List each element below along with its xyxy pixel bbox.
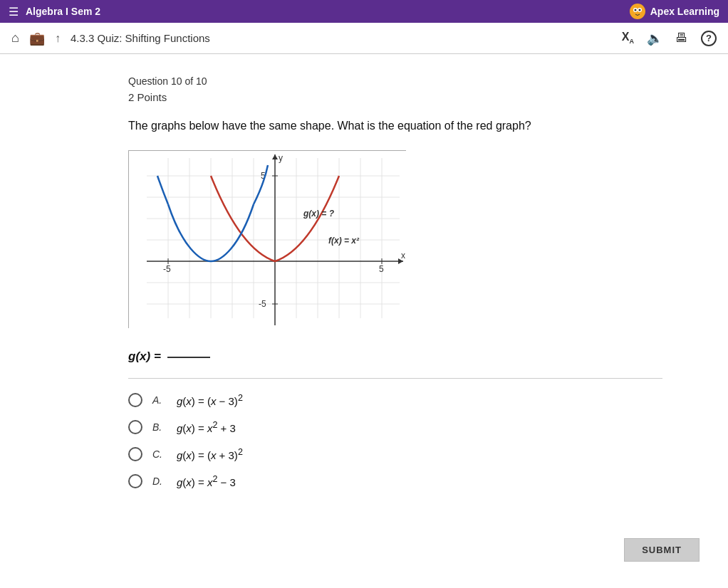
svg-text:x: x bbox=[401, 251, 405, 261]
question-points: 2 Points bbox=[128, 91, 598, 103]
radio-a[interactable] bbox=[128, 393, 142, 407]
text-to-speech-icon[interactable]: 🔈 bbox=[647, 31, 662, 46]
svg-text:-5: -5 bbox=[259, 299, 266, 309]
svg-text:5: 5 bbox=[379, 264, 384, 274]
radio-d[interactable] bbox=[128, 474, 142, 488]
radio-b[interactable] bbox=[128, 420, 142, 434]
translate-icon[interactable]: XA bbox=[622, 31, 634, 45]
option-d[interactable]: D. g(x) = x2 − 3 bbox=[128, 474, 598, 488]
submit-area: SUBMIT bbox=[0, 538, 728, 562]
sub-bar-right: XA 🔈 🖶 ? bbox=[622, 31, 717, 46]
graph-svg: x y -5 5 5 -5 bbox=[129, 151, 407, 329]
section-divider bbox=[128, 378, 662, 379]
question-text: The graphs below have the same shape. Wh… bbox=[128, 117, 598, 135]
top-bar-left: ☰ Algebra I Sem 2 bbox=[9, 5, 100, 19]
option-b-text: g(x) = x2 + 3 bbox=[177, 420, 236, 434]
question-meta: Question 10 of 10 bbox=[128, 75, 598, 87]
course-title: Algebra I Sem 2 bbox=[26, 6, 100, 17]
answer-label: g(x) = bbox=[128, 350, 598, 364]
svg-text:f(x) = x²: f(x) = x² bbox=[328, 236, 360, 246]
option-c-text: g(x) = (x + 3)2 bbox=[177, 447, 243, 461]
svg-point-4 bbox=[638, 9, 640, 11]
svg-text:g(x) = ?: g(x) = ? bbox=[303, 209, 335, 219]
options-list: A. g(x) = (x − 3)2 B. g(x) = x2 + 3 C. g… bbox=[128, 393, 598, 488]
briefcase-icon[interactable]: 💼 bbox=[29, 31, 45, 46]
answer-label-text: g(x) = bbox=[128, 350, 165, 363]
graph-container: x y -5 5 5 -5 bbox=[128, 150, 406, 328]
main-content: Question 10 of 10 2 Points The graphs be… bbox=[0, 54, 641, 531]
home-icon[interactable]: ⌂ bbox=[11, 31, 19, 46]
radio-c[interactable] bbox=[128, 447, 142, 461]
option-d-letter: D. bbox=[152, 476, 167, 487]
svg-point-0 bbox=[630, 4, 645, 19]
help-icon[interactable]: ? bbox=[701, 31, 717, 46]
svg-text:y: y bbox=[279, 153, 283, 163]
svg-point-3 bbox=[634, 9, 636, 11]
svg-text:-5: -5 bbox=[163, 264, 171, 274]
answer-underline bbox=[167, 357, 210, 358]
option-b[interactable]: B. g(x) = x2 + 3 bbox=[128, 420, 598, 434]
apex-owl-icon bbox=[629, 3, 646, 20]
quiz-title: 4.3.3 Quiz: Shifting Functions bbox=[71, 32, 210, 44]
option-b-letter: B. bbox=[152, 421, 167, 433]
back-arrow-icon[interactable]: ↑ bbox=[55, 32, 61, 45]
option-a-text: g(x) = (x − 3)2 bbox=[177, 393, 243, 407]
hamburger-icon[interactable]: ☰ bbox=[9, 5, 19, 19]
option-a-letter: A. bbox=[152, 394, 167, 406]
option-c-letter: C. bbox=[152, 448, 167, 460]
option-c[interactable]: C. g(x) = (x + 3)2 bbox=[128, 447, 598, 461]
print-icon[interactable]: 🖶 bbox=[675, 31, 688, 46]
apex-logo-area: Apex Learning bbox=[629, 3, 719, 20]
sub-bar-left: ⌂ 💼 ↑ 4.3.3 Quiz: Shifting Functions bbox=[11, 31, 210, 46]
option-d-text: g(x) = x2 − 3 bbox=[177, 474, 236, 488]
apex-logo-text: Apex Learning bbox=[650, 6, 719, 17]
submit-button[interactable]: SUBMIT bbox=[624, 538, 700, 562]
sub-bar: ⌂ 💼 ↑ 4.3.3 Quiz: Shifting Functions XA … bbox=[0, 23, 728, 54]
top-bar: ☰ Algebra I Sem 2 Apex Learning bbox=[0, 0, 728, 23]
option-a[interactable]: A. g(x) = (x − 3)2 bbox=[128, 393, 598, 407]
